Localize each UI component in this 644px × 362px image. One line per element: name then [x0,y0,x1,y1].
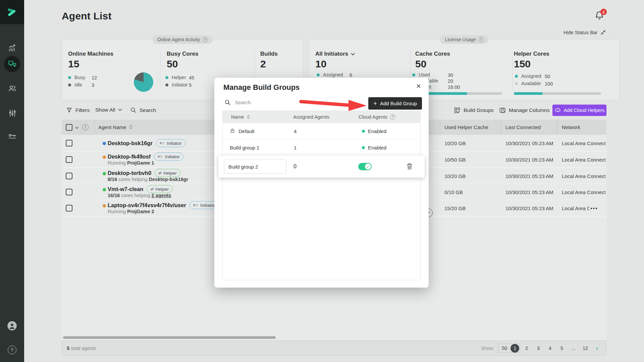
cell-used-helper-cache: 10/20 GB [444,168,466,184]
row-checkbox[interactable] [66,156,72,163]
page-button[interactable]: 12 [581,344,590,353]
notifications-button[interactable]: 2 [594,10,606,22]
agents-machines-icon [8,60,16,68]
legend-dot [412,73,415,76]
build-groups-button[interactable]: Build Groups [454,107,494,114]
pagination: ‹ 1 2 3 4 5 ... 12 › [499,341,601,355]
agent-badge: ⇄ Helper [155,169,180,177]
modal-title: Manage Build Groups [223,83,300,92]
row-checkbox[interactable] [66,140,72,146]
metric-label: Online Machines [68,51,113,57]
build-group-name-input[interactable] [224,160,286,174]
app-logo[interactable] [0,0,24,24]
all-initiators-dropdown[interactable]: All Initiators [315,51,355,57]
build-group-row[interactable]: Default 4 Enabled [223,123,420,139]
legend-label: Busy [74,75,85,80]
add-cloud-helpers-button[interactable]: Add Cloud Helpers [552,105,606,116]
help-tooltip-icon[interactable]: ? [202,37,208,42]
delete-build-group-button[interactable] [406,163,413,171]
initiator-badge-icon: ≠☆ [160,141,165,145]
cell-last-connected: 10/30/2021 05:23 AM [505,135,553,152]
agent-subtitle: Running ProjGame 1 [108,160,154,166]
build-groups-table-header: Name Assigned Agents Cloud Agents ? [223,111,420,123]
build-groups-label: Build Groups [464,107,494,113]
modal-close-button[interactable]: × [414,81,424,91]
select-all-control[interactable] [66,120,79,135]
page-title: Agent List [62,10,112,22]
add-build-group-button[interactable]: + Add Build Group [368,97,422,110]
sidebar-item-settings[interactable] [0,105,24,121]
legend-value: 45 [189,75,194,80]
network-column-header[interactable]: Network [562,120,580,135]
divider [81,120,81,135]
legend-value: 12 [92,75,97,80]
page-button-active[interactable]: 1 [511,344,519,353]
section-label: All Initiators [315,51,348,57]
legend-item: Assigned [515,73,541,79]
help-button[interactable]: ? [8,346,16,354]
build-group-name: Default [238,128,255,134]
agent-name-column-header[interactable]: Agent Name [98,120,133,135]
legend-item: Used [412,72,430,77]
legend-dot [68,76,71,79]
help-tooltip-icon[interactable]: ? [390,114,395,120]
divider [501,120,501,135]
used-helper-cache-column-header[interactable]: Used Helper Cache [444,120,488,135]
sidebar-item-agents-active[interactable] [4,56,20,72]
cloud-agents-toggle-on[interactable]: ✓ [358,163,372,170]
legend-label: Available [521,81,541,86]
row-checkbox[interactable] [66,189,72,195]
row-checkbox[interactable] [66,205,72,212]
last-connected-column-header[interactable]: Last Connected [505,120,541,135]
page-ellipsis: ... [569,344,578,353]
cell-used-helper-cache: 10/50 GB [444,152,466,168]
show-all-dropdown[interactable]: Show All [95,107,122,113]
legend-item: Helper [165,75,186,80]
manage-columns-button[interactable]: Manage Columns [499,107,549,114]
next-page-button[interactable]: › [593,344,601,353]
brand-arrow-icon [6,6,18,18]
helping-agents-link[interactable]: 2 agents [152,193,171,198]
online-agent-activity-tab[interactable]: Online Agent Activity ? [153,35,213,44]
select-all-checkbox[interactable] [66,124,72,131]
filter-funnel-icon [66,107,72,113]
status-dot [103,188,106,191]
alert-icon: ! [82,124,89,130]
legend-value: 30 [448,72,453,78]
row-checkbox[interactable] [66,173,72,179]
sidebar-item-dashboard[interactable] [0,40,24,56]
legend-value: 5 [189,82,192,88]
column-label: Agent Name [98,124,126,130]
user-avatar[interactable] [7,321,17,332]
sidebar-item-licenses[interactable] [0,128,24,144]
cell-network: Local Area Connection [562,135,605,152]
cell-last-connected: 10/30/2021 05:23 AM [505,184,553,200]
machines-pie-chart [134,72,153,92]
build-group-row[interactable]: Build group 1 1 Enabled [223,139,420,156]
horizontal-scrollbar[interactable] [63,336,276,339]
modal-search-input[interactable] [235,100,295,105]
enabled-dot [362,130,365,133]
total-agents-label: 5total agents [67,341,96,355]
legend-dot [515,82,518,85]
plus-icon: + [373,100,377,107]
toggle-knob-check: ✓ [365,164,371,170]
help-tooltip-icon[interactable]: ? [478,37,484,42]
hide-status-bar-button[interactable]: Hide Status Bar [564,29,606,35]
modal-search[interactable] [224,99,295,106]
license-usage-tab[interactable]: License Usage ? [440,35,488,44]
legend-value: 50 [545,74,550,79]
page-button[interactable]: 5 [557,344,566,353]
search-button[interactable]: Search [130,107,156,113]
cell-used-helper-cache: 0/10 GB [444,184,463,200]
prev-page-button[interactable]: ‹ [499,344,507,353]
sidebar-item-users[interactable] [0,80,24,96]
page-button[interactable]: 4 [546,344,554,353]
status-dot [103,172,106,175]
filters-button[interactable]: Filters [66,107,90,113]
row-more-button[interactable]: ••• [590,200,598,217]
page-button[interactable]: 3 [534,344,543,353]
page-button[interactable]: 2 [522,344,531,353]
cloud-agents-column-header: Cloud Agents ? [359,114,395,120]
name-column-header[interactable]: Name [231,114,250,120]
